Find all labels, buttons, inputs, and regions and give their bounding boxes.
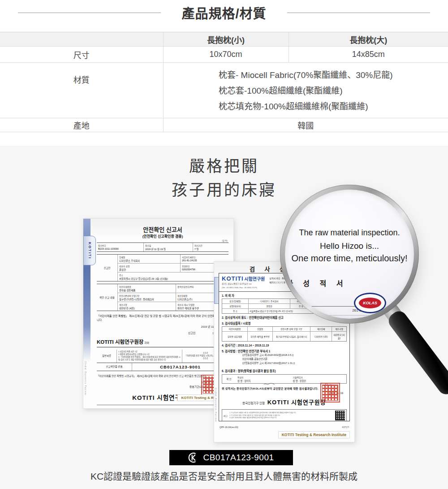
cert1-receipt-table: 접수번호 B219-1011-103090 접수일 2019 년 11 월 19… <box>97 242 228 252</box>
ceo-label: 대표자 성명 <box>119 264 179 268</box>
certificate-safety-declaration: KOTITI Global Business Partner 안전확인 신고서 … <box>83 218 234 409</box>
cert2-footer-brand: KOTITI Testing & Research Institute <box>278 431 350 438</box>
attach-label: 첨부서류 <box>97 350 116 363</box>
report-row-3: 제조국명 대한민국 (서울) 제조사 제시 모델명 하이주 매직쿨 롱쿠션 <box>117 302 228 311</box>
writer-name: 성 명 : 정미옥 <box>237 379 289 382</box>
cert1-paragraph-1: 「어린이제품 안전 특별법」 제22조제1항 전단 및 같은 법 시행규칙 제2… <box>97 314 228 323</box>
remark-lines: 1. 이 성적서는 의뢰한 시료 및 시험항목에 한한 검사결과이며, 전체 제… <box>229 412 333 420</box>
cert2-remark-box: 비고 1. 이 성적서는 의뢰한 시료 및 시험항목에 한한 검사결과이며, 전… <box>222 409 347 421</box>
spec-table: 長抱枕(小) 長抱枕(大) 尺寸 10x70cm 14x85cm 材質 枕套- … <box>0 32 448 132</box>
magnifier-line-2: Hello Hizoo is... <box>285 241 414 251</box>
client-ceo-value: 윤정한 <box>248 303 290 308</box>
cert1-corner-note: (앞 쪽) <box>97 239 228 242</box>
cert2-section-3: 3. 검사대상품목 / 시료명 <box>222 321 347 325</box>
magnifier: 검 사 성 적 서 KOLAS 사업자등록번호 261-81-24135 전 화… <box>280 185 419 324</box>
sample-item: 유아용 섬유제품 <box>222 331 247 341</box>
certno-label: 신고확인증 번호 <box>97 363 132 371</box>
sample-country: 대한민국 (서울) <box>332 331 346 341</box>
size-label: 尺寸 <box>0 47 163 63</box>
declarant-row-2: 대표자 성명 윤정한 전화번호 0262054796 <box>117 263 228 272</box>
kc-mark-icon <box>188 452 199 463</box>
country-value: 대한민국 (서울) <box>119 307 174 310</box>
title-rule-left <box>18 13 161 13</box>
issuer-name: KOTITI 시험연구원장 <box>267 399 326 406</box>
receipt-date-label: 접수일 <box>145 244 191 247</box>
cert1-addressee-row: KOTITI 시험연구원장 귀하 <box>97 338 228 347</box>
cert1-sign-row: 신고인 (서명또는인) <box>97 331 228 335</box>
magnified-kolas-text: KOLAS <box>359 298 381 308</box>
report-label: 확인 신고 내용 <box>97 284 117 311</box>
spec-row-origin: 產地 韓國 <box>0 118 448 132</box>
cert2-org-block: KOTITI 시험연구원 경기도 성남시 중원구 사기막골로 111 (Tel … <box>222 275 265 290</box>
kotiti-org-suffix: 시험연구원 <box>244 277 265 281</box>
material-line-1: 枕套- Miocell Fabric(70%聚酯纖維、30%尼龍) <box>219 67 393 83</box>
receipt-no-value: B219-1011-103090 <box>98 247 142 250</box>
cert1-side-text: Global Business Partner <box>84 361 87 396</box>
doc-code: K0717i <box>342 426 349 428</box>
ceo-cell: 대표자 성명 윤정한 <box>117 264 180 272</box>
receipt-no-label: 접수번호 <box>98 244 142 247</box>
signer-label: 신고인 <box>188 331 196 335</box>
period-label: 처리기간 <box>194 244 227 247</box>
receipt-date-value: 2019 년 11 월 19 일 <box>145 247 191 251</box>
addressee-suffix: 귀하 <box>144 342 149 344</box>
declarant-label: 신고인 <box>97 255 117 281</box>
cert2-section-6: 6. 검사결과 : 첨부(항목별 검사결과 붙임 참조) <box>222 369 347 373</box>
org-address: 경기도 성남시 중원구 사기막골로 111 <box>222 283 265 286</box>
model-class-value: 침구류(쿠션류)-나일론, 폴리에스터 <box>119 298 174 301</box>
sample-maker: 디자인온스(주) <box>310 331 332 341</box>
kc-certification-badge: CB017A123-9001 <box>169 450 293 465</box>
magnified-kolas-logo: KOLAS <box>354 293 386 313</box>
tech-label: 기술책임자 <box>293 376 345 379</box>
cert1-receipt-date-cell: 접수일 2019 년 11 월 19 일 <box>143 243 193 251</box>
item-label: 어린이제품명 <box>119 285 174 288</box>
item-value: 유아용 섬유제품 <box>119 289 174 292</box>
spec-header-row: 長抱枕(小) 長抱枕(大) <box>0 32 448 47</box>
magnifier-text-block: The raw material inspection. Hello Hizoo… <box>285 228 414 264</box>
client-addr-label: 주 소 <box>222 308 248 313</box>
model-class-cell: 안전기준상의 모델구분 침구류(쿠션류)-나일론, 폴리에스터 <box>117 293 176 302</box>
cert1-tab-label: KOTITI <box>88 242 92 259</box>
material-lines: 枕套- Miocell Fabric(70%聚酯纖維、30%尼龍) 枕芯套-10… <box>219 67 393 114</box>
bizno-label: 사업자등록번호 <box>182 255 227 259</box>
cert1-kotiti-tab: KOTITI <box>83 236 96 265</box>
report-rows: 어린이제품명 유아용 섬유제품 품목분류번호(HS) 안전기준상의 모델구분 <box>117 284 228 311</box>
address-value: 서울특별시 강남구 압구정로2길 29. 2층 (신사동) <box>119 277 227 281</box>
cert1-certno-row: 신고확인증 번호 CB017A123-9001 <box>97 363 228 371</box>
method-line-2: 어린이제품 공통안전기준 <box>242 357 347 361</box>
company-value: 디자인온스 주식회사 <box>119 259 179 263</box>
material-label: 材質 <box>0 63 163 118</box>
remark-line-3: 3. 검사 결과의 세부 내용은 붙임의 항목별 검사결과를 참조하시기 바랍니… <box>229 417 333 420</box>
origin-value: 韓國 <box>163 118 448 132</box>
spec-header-empty <box>0 32 163 47</box>
kotiti-logo-text: KOTITI <box>222 275 244 282</box>
magnified-phone-value: 0262054796 <box>355 317 375 319</box>
cert1-period-cell: 처리기간 7 일 <box>193 243 228 251</box>
address-cell: 주소 서울특별시 강남구 압구정로2길 29. 2층 (신사동) <box>117 272 228 281</box>
company-cell: 업체명 디자인온스 주식회사 <box>117 255 180 263</box>
material-line-3: 枕芯填充物-100%超細纖維棉(聚酯纖維) <box>219 99 393 114</box>
period-value: 7 일 <box>194 247 227 251</box>
sample-model: 하이주 매직쿨 롱쿠션 <box>247 331 272 341</box>
company-label: 업체명 <box>119 255 179 259</box>
spec-title-row: 產品規格/材質 <box>18 4 430 22</box>
country-cell: 제조국명 대한민국 (서울) <box>117 302 176 311</box>
confirm-label: 확 인 <box>222 375 236 383</box>
tech-cell: 기술책임자 성 명 : 유청진 <box>291 375 347 383</box>
model-class-label: 안전기준상의 모델구분 <box>119 294 174 297</box>
cert1-report-table: 확인 신고 내용 어린이제품명 유아용 섬유제품 품목분류번호(HS) <box>97 284 228 311</box>
client-name-label: 상호(업체명) <box>222 299 248 303</box>
magnifier-line-1: The raw material inspection. <box>285 228 414 238</box>
report-row-2: 안전기준상의 모델구분 침구류(쿠션류)-나일론, 폴리에스터 제조업체명 디자… <box>117 293 228 302</box>
declarant-row-1: 업체명 디자인온스 주식회사 사업자등록번호 261-81-24135 <box>117 255 228 263</box>
writer-cell: 작성자 성 명 : 정미옥 <box>236 375 291 383</box>
tech-name: 성 명 : 유청진 <box>293 379 345 382</box>
client-ceo-label: 성명(대표자) <box>222 303 248 308</box>
address-label: 주소 <box>119 273 227 277</box>
qr-code <box>335 411 345 420</box>
magnified-cert-title: 검 사 성 적 서 <box>285 277 386 288</box>
addressee: KOTITI 시험연구원장 <box>97 339 143 345</box>
cert1-bottom-rule <box>97 405 228 405</box>
sample-header-country: 제조국명 <box>332 327 346 331</box>
title-rule-right <box>287 13 430 13</box>
